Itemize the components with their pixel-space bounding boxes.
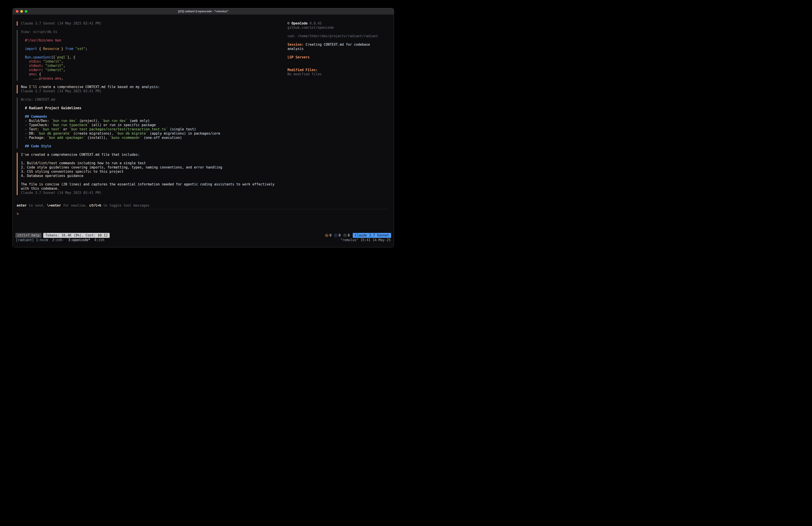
text-line [288,30,386,34]
desktop: [2/3] radiant:3:opencode - "romulus" Cla… [0,0,406,263]
text-line [21,178,280,182]
text-line [21,51,280,55]
assistant-message-header: Claude 3.7 Sonnet (14 May 2025 03:41 PM) [17,22,280,26]
text-line: I've created a comprehensive CONTEXT.md … [21,153,280,157]
chat-transcript: Claude 3.7 Sonnet (14 May 2025 03:41 PM)… [17,22,280,199]
text-line [21,43,280,47]
text-line: Bun.spawnSync([`psql`], { [21,55,280,59]
hint-count: 0 [348,233,350,237]
keybind-help: enter to send, \+enter for newline, ctrl… [17,203,149,208]
session-sidebar: © OpenCode 0.0.45github.com/sst/opencode… [288,22,386,76]
text-line: analysis [288,47,386,51]
text-line [21,102,280,106]
info-icon: ⓘ [334,233,337,238]
status-bar-right: Ⓦ 0 ⓘ 0 ⓗ 0 Claude 3.7 Sonnet [325,233,391,238]
text-line: stdin: "inherit", [21,59,280,64]
text-line [21,110,280,115]
assistant-summary-message: I've created a comprehensive CONTEXT.md … [17,153,280,195]
text-line: Claude 3.7 Sonnet (14 May 2025 03:41 PM) [21,191,280,195]
warning-icon: Ⓦ [325,233,328,238]
text-line: Session: Creating CONTEXT.md for codebas… [288,43,386,47]
text-line: # Radiant Project Guidelines [21,106,280,110]
tmux-window-opencode-current[interactable]: 3:opencode* [68,238,90,242]
text-line: 2. Code style guidelines covering import… [21,166,280,170]
text-line: View: script/db.ts [21,30,280,34]
text-line: - DB: `bun db generate` (create migratio… [21,131,280,136]
tmux-window-zsh4[interactable]: 4:zsh [94,238,104,242]
text-line: import { Resource } from "sst"; [21,47,280,51]
hint-icon: ⓗ [343,233,347,238]
window-titlebar[interactable]: [2/3] radiant:3:opencode - "romulus" [13,8,394,15]
text-line: 1. Build/lint/test commands including ho… [21,161,280,166]
status-bar-left: ctrl+? help Tokens: 16.4K (8%), Cost: $0… [15,233,110,238]
text-line: ...process.env, [21,76,280,81]
text-line: Write: CONTEXT.md [21,98,280,102]
text-line: enter to send, \+enter for newline, ctrl… [17,203,149,208]
text-line: ## Commands [21,115,280,119]
text-line: #!/usr/bin/env bun [21,38,280,43]
text-line: with this codebase. [21,187,280,191]
diagnostics-counters: Ⓦ 0 ⓘ 0 ⓗ 0 [325,233,350,238]
text-line: - Package: `bun add <package>` (install)… [21,136,280,140]
model-chip[interactable]: Claude 3.7 Sonnet [353,233,391,238]
text-line: Claude 3.7 Sonnet (14 May 2025 03:41 PM) [21,89,280,94]
tool-view-block: View: script/db.ts #!/usr/bin/env bun im… [17,30,280,81]
text-line: - Build/Dev: `bun run dev` (project), `b… [21,119,280,123]
text-line [288,64,386,68]
window-title: [2/3] radiant:3:opencode - "romulus" [13,8,394,14]
status-bar: ctrl+? help Tokens: 16.4K (8%), Cost: $0… [15,233,391,238]
warning-count: 0 [329,233,331,237]
message-input[interactable]: > [17,209,389,231]
text-line: Modified Files: [288,68,386,72]
text-line [21,34,280,38]
assistant-message: Now I'll create a comprehensive CONTEXT.… [17,85,280,94]
tmux-status-bar: [radiant] 1:nvim 2:zsh- 3:opencode* 4:zs… [16,238,391,242]
tokens-cost-chip: Tokens: 16.4K (8%), Cost: $0.12 [43,233,110,238]
text-line: © OpenCode 0.0.45 [288,22,386,26]
text-line: github.com/sst/opencode [288,26,386,30]
terminal-window: [2/3] radiant:3:opencode - "romulus" Cla… [13,8,394,247]
text-line: 4. Database operations guidance [21,174,280,178]
tmux-window-nvim[interactable]: 1:nvim [36,238,48,242]
text-line: Claude 3.7 Sonnet (14 May 2025 03:41 PM) [21,22,280,26]
text-line [21,140,280,144]
text-line: stderr: "inherit", [21,68,280,72]
text-line: Now I'll create a comprehensive CONTEXT.… [21,85,280,89]
terminal-screen: Claude 3.7 Sonnet (14 May 2025 03:41 PM)… [13,15,394,247]
text-line: - Test: `bun test` or `bun test packages… [21,127,280,131]
tmux-window-zsh2[interactable]: 2:zsh- [52,238,64,242]
text-line: - TypeCheck: `bun run typecheck` (all) o… [21,123,280,127]
text-line: No modified files [288,72,386,76]
tmux-session-name: [radiant] [16,238,34,242]
tmux-host-clock: "romulus" 15:41 14-May-25 [340,238,391,242]
text-line: cwd: /home/thdxr/dev/projects/radiant/ra… [288,34,386,38]
text-line [288,59,386,64]
text-line: env: { [21,72,280,76]
text-line: ## Code Style [21,144,280,148]
text-line: The file is concise (20 lines) and captu… [21,182,280,187]
info-count: 0 [338,233,340,237]
tool-write-block: Write: CONTEXT.md # Radiant Project Guid… [17,98,280,148]
tmux-window-list: [radiant] 1:nvim 2:zsh- 3:opencode* 4:zs… [16,238,108,242]
text-line [288,38,386,43]
text-line: stdout: "inherit", [21,64,280,68]
text-line [288,51,386,55]
prompt-caret: > [17,212,19,216]
text-line: 3. CSS styling conventions specific to t… [21,170,280,174]
text-line [21,157,280,161]
help-chip[interactable]: ctrl+? help [15,233,41,238]
text-line: LSP Servers [288,55,386,59]
